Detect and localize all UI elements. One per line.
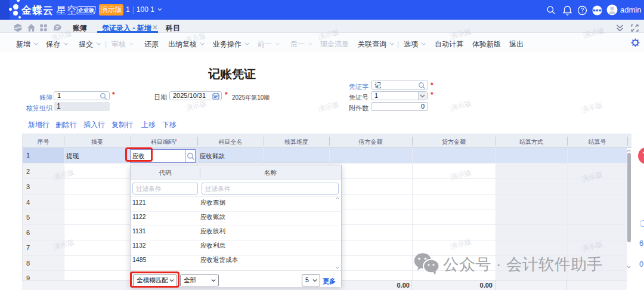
svg-text:?: ? xyxy=(581,7,584,14)
